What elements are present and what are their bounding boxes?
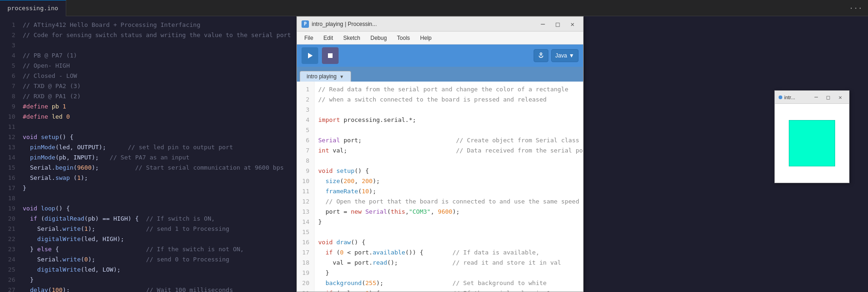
line-numbers-left: 1 2 3 4 5 6 7 8 9 10 11 12 13 14 15 16 1… [0, 16, 21, 292]
proc-maximize-button[interactable]: □ [552, 19, 564, 29]
menu-sketch[interactable]: Sketch [339, 34, 365, 42]
tab-processing-ino[interactable]: processing.ino [0, 0, 66, 16]
processing-title-text: intro_playing | Processin... [312, 21, 534, 27]
menu-help[interactable]: Help [415, 34, 436, 42]
preview-maximize-button[interactable]: □ [823, 93, 833, 102]
preview-title-text: intr... [784, 95, 809, 100]
debugger-button[interactable] [534, 49, 548, 62]
svg-marker-0 [308, 53, 313, 58]
preview-canvas [775, 104, 849, 183]
tab-bar: processing.ino ··· [0, 0, 868, 16]
arduino-editor: 1 2 3 4 5 6 7 8 9 10 11 12 13 14 15 16 1… [0, 16, 296, 292]
tab-arrow-icon: ▼ [340, 74, 344, 79]
processing-toolbar: Java ▼ [297, 44, 583, 67]
processing-menubar: File Edit Sketch Debug Tools Help [297, 32, 583, 44]
preview-close-button[interactable]: ✕ [835, 93, 845, 102]
menu-edit[interactable]: Edit [319, 34, 338, 42]
processing-code-content: // Read data from the serial port and ch… [314, 82, 583, 292]
preview-icon-dot [779, 95, 782, 99]
processing-line-numbers: 1 2 3 4 5 6 7 8 9 10 11 12 13 14 15 16 1 [297, 82, 314, 292]
sketch-output-rect [789, 120, 835, 166]
stop-button[interactable] [322, 47, 339, 64]
preview-title-bar: intr... ─ □ ✕ [775, 91, 849, 104]
editor-area: 1 2 3 4 5 6 7 8 9 10 11 12 13 14 15 16 1… [0, 16, 868, 292]
menu-file[interactable]: File [300, 34, 318, 42]
tab-intro-playing-label: intro playing [307, 73, 337, 80]
processing-code-area[interactable]: 1 2 3 4 5 6 7 8 9 10 11 12 13 14 15 16 1 [297, 82, 583, 292]
preview-sketch-window: intr... ─ □ ✕ [774, 90, 849, 183]
toolbar-right: Java ▼ [534, 49, 579, 62]
run-button[interactable] [302, 47, 318, 64]
processing-window: P intro_playing | Processin... ─ □ ✕ Fil… [296, 16, 584, 292]
proc-close-button[interactable]: ✕ [566, 19, 579, 29]
menu-tools[interactable]: Tools [392, 34, 415, 42]
processing-tabs: intro playing ▼ [297, 67, 583, 82]
svg-rect-1 [328, 53, 333, 58]
svg-point-2 [540, 53, 542, 55]
java-mode-button[interactable]: Java ▼ [551, 49, 579, 62]
processing-title-bar: P intro_playing | Processin... ─ □ ✕ [297, 17, 583, 32]
tab-more-button[interactable]: ··· [843, 4, 868, 13]
processing-icon: P [302, 20, 309, 28]
proc-minimize-button[interactable]: ─ [537, 19, 549, 29]
arduino-code-content[interactable]: // ATtiny412 Hello Board + Processing In… [21, 16, 296, 292]
tab-label: processing.ino [7, 5, 58, 12]
preview-minimize-button[interactable]: ─ [811, 93, 821, 102]
tab-intro-playing[interactable]: intro playing ▼ [300, 71, 351, 82]
menu-debug[interactable]: Debug [366, 34, 391, 42]
